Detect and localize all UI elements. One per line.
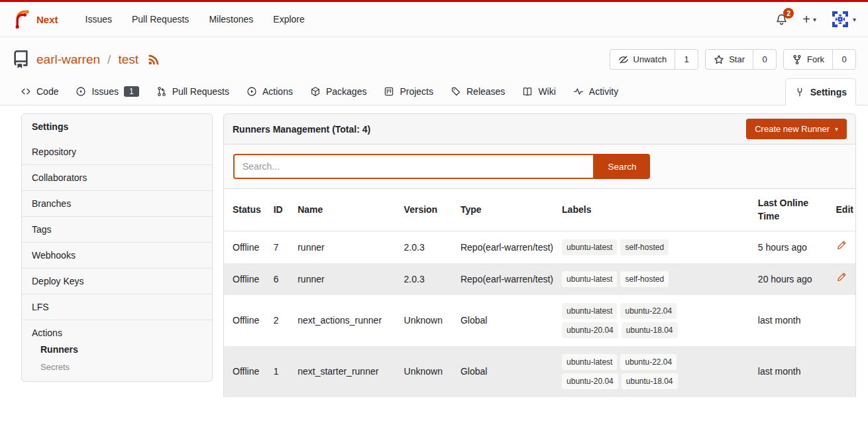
sidebar-item-collaborators[interactable]: Collaborators — [22, 164, 212, 190]
settings-sidebar: Settings RepositoryCollaboratorsBranches… — [21, 113, 213, 382]
tab-code[interactable]: Code — [12, 78, 67, 105]
runner-edit-cell — [832, 231, 855, 264]
sidebar-item-actions[interactable]: Actions — [22, 320, 212, 341]
unwatch-button-group: Unwatch1 — [610, 49, 699, 70]
runner-id: 2 — [270, 295, 294, 346]
runner-label-chip: ubuntu-latest — [562, 239, 617, 255]
nav-link-milestones[interactable]: Milestones — [199, 14, 263, 25]
tab-projects[interactable]: Projects — [375, 78, 442, 105]
tab-label: Projects — [400, 86, 433, 97]
fork-button[interactable]: Fork — [784, 50, 832, 69]
runner-name: next_starter_runner — [294, 346, 400, 397]
sidebar-item-repository[interactable]: Repository — [22, 139, 212, 164]
runner-type: Global — [457, 346, 558, 397]
sidebar-header: Settings — [22, 114, 212, 139]
runner-version: 2.0.3 — [400, 231, 457, 264]
fork-icon — [792, 54, 802, 65]
sidebar-item-secrets[interactable]: Secrets — [22, 359, 212, 376]
edit-runner-button[interactable] — [836, 240, 847, 251]
search-section: Search — [223, 145, 856, 189]
tab-label: Code — [36, 86, 58, 97]
caret-down-icon: ▾ — [853, 16, 856, 23]
brand-home-link[interactable]: Next — [12, 10, 58, 29]
unwatch-count[interactable]: 1 — [675, 50, 698, 69]
repo-title: earl-warren / test — [12, 50, 160, 68]
runner-labels: ubuntu-latestself-hosted — [558, 263, 754, 295]
tag-icon — [451, 86, 461, 97]
repo-header: earl-warren / test Unwatch1Star0Fork0 — [0, 37, 868, 78]
tab-issues[interactable]: Issues1 — [67, 78, 147, 105]
sidebar-item-webhooks[interactable]: Webhooks — [22, 242, 212, 268]
runner-id: 6 — [270, 263, 294, 295]
star-button[interactable]: Star — [706, 50, 753, 69]
create-menu-button[interactable]: + ▾ — [802, 13, 816, 26]
runner-status: Offline — [224, 263, 270, 295]
runner-labels: ubuntu-latestubuntu-22.04ubuntu-20.04ubu… — [558, 295, 754, 346]
tab-label: Actions — [262, 86, 293, 97]
runner-label-chip: ubuntu-22.04 — [620, 354, 677, 370]
user-menu-button[interactable]: ▾ — [831, 10, 856, 29]
runner-row: Offline7runner2.0.3Repo(earl-warren/test… — [224, 231, 855, 264]
unwatch-button[interactable]: Unwatch — [610, 50, 675, 69]
fork-count[interactable]: 0 — [832, 50, 855, 69]
runner-labels: ubuntu-latestubuntu-22.04ubuntu-20.04ubu… — [558, 346, 754, 397]
unwatch-label: Unwatch — [633, 54, 667, 64]
runner-last-online: last month — [754, 295, 832, 346]
tools-icon — [794, 87, 805, 97]
runner-status: Offline — [224, 295, 270, 346]
tab-releases[interactable]: Releases — [442, 78, 514, 105]
sidebar-item-deploy-keys[interactable]: Deploy Keys — [22, 268, 212, 294]
tab-settings[interactable]: Settings — [785, 78, 856, 105]
star-button-group: Star0 — [705, 49, 777, 70]
book-icon — [522, 86, 533, 97]
runner-version: 2.0.3 — [400, 263, 457, 295]
runner-row: Offline6runner2.0.3Repo(earl-warren/test… — [224, 263, 855, 295]
runner-name: next_actions_runner — [294, 295, 400, 346]
runner-name: runner — [294, 263, 400, 295]
tab-packages[interactable]: Packages — [301, 78, 375, 105]
runner-edit-cell — [832, 263, 855, 295]
notifications-button[interactable]: 2 — [775, 13, 788, 26]
tab-activity[interactable]: Activity — [565, 78, 627, 105]
star-label: Star — [729, 54, 745, 64]
sidebar-item-lfs[interactable]: LFS — [22, 294, 212, 320]
sidebar-group-actions: Actions RunnersSecrets — [22, 320, 212, 381]
search-input[interactable] — [233, 154, 594, 179]
tab-actions[interactable]: Actions — [238, 78, 301, 105]
tab-pull-requests[interactable]: Pull Requests — [148, 78, 238, 105]
runner-label-chip: ubuntu-20.04 — [562, 373, 618, 389]
repo-owner-link[interactable]: earl-warren — [36, 52, 100, 67]
brand-name: Next — [36, 14, 58, 25]
star-count[interactable]: 0 — [753, 50, 776, 69]
runners-table-wrap: StatusIDNameVersionTypeLabelsLast Online… — [223, 189, 856, 397]
search-button[interactable]: Search — [594, 154, 650, 179]
eye-slash-icon — [618, 54, 629, 65]
nav-link-explore[interactable]: Explore — [263, 14, 314, 25]
tab-wiki[interactable]: Wiki — [514, 78, 564, 105]
repo-name-link[interactable]: test — [118, 52, 138, 67]
project-icon — [384, 86, 394, 97]
sidebar-item-branches[interactable]: Branches — [22, 190, 212, 216]
sidebar-item-tags[interactable]: Tags — [22, 216, 212, 242]
tab-label: Settings — [810, 87, 847, 97]
repo-tab-bar: CodeIssues1Pull RequestsActionsPackagesP… — [0, 78, 868, 105]
sidebar-item-runners[interactable]: Runners — [22, 341, 212, 359]
top-navbar: Next IssuesPull RequestsMilestonesExplor… — [0, 2, 868, 37]
pencil-icon — [836, 272, 847, 282]
rss-icon[interactable] — [148, 54, 160, 66]
star-icon — [714, 54, 724, 65]
pull-request-icon — [156, 86, 167, 97]
runner-label-chip: ubuntu-20.04 — [562, 322, 618, 338]
column-header-version: Version — [400, 189, 457, 231]
tab-label: Packages — [326, 86, 366, 97]
runner-last-online: 5 hours ago — [754, 231, 832, 264]
runner-version: Unknown — [400, 346, 457, 397]
create-new-runner-button[interactable]: Create new Runner ▾ — [746, 119, 847, 139]
nav-links: IssuesPull RequestsMilestonesExplore — [76, 14, 315, 25]
nav-link-pull-requests[interactable]: Pull Requests — [122, 14, 199, 25]
edit-runner-button[interactable] — [836, 272, 847, 282]
runner-edit-cell — [832, 295, 855, 346]
runner-labels: ubuntu-latestself-hosted — [558, 231, 754, 264]
caret-down-icon: ▾ — [813, 16, 816, 23]
nav-link-issues[interactable]: Issues — [76, 14, 122, 25]
